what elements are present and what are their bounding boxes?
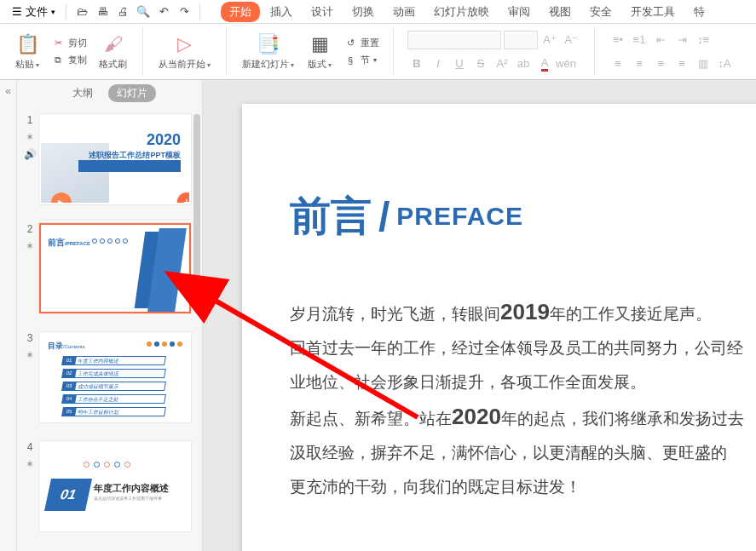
file-menu-label: 文件 bbox=[26, 4, 48, 20]
tab-devtools[interactable]: 开发工具 bbox=[622, 2, 684, 22]
align-left-button[interactable]: ≡ bbox=[609, 55, 627, 73]
numbering-button[interactable]: ≡1 bbox=[630, 31, 649, 49]
copy-label: 复制 bbox=[68, 54, 87, 66]
align-center-button[interactable]: ≡ bbox=[630, 55, 649, 73]
audio-icon: 🔊 bbox=[24, 148, 37, 160]
thumbnail-list: 1 ✶ 🔊 2020 述职报告工作总结PPT模板 ▶ + 2 ✶ bbox=[17, 106, 202, 551]
brush-icon: 🖌 bbox=[104, 32, 123, 56]
font-family-select[interactable] bbox=[407, 31, 501, 49]
superscript-button[interactable]: A² bbox=[493, 55, 511, 73]
line-spacing-button[interactable]: ↕≡ bbox=[694, 31, 713, 49]
slide-heading[interactable]: 前言 / PREFACE bbox=[290, 189, 756, 244]
transition-icon: ✶ bbox=[26, 458, 34, 470]
bullets-button[interactable]: ≡• bbox=[609, 31, 627, 49]
qa-preview-icon[interactable]: 🔍 bbox=[135, 3, 152, 20]
align-right-button[interactable]: ≡ bbox=[651, 55, 670, 73]
qa-save-icon[interactable]: 🖶 bbox=[94, 3, 111, 20]
section-label: 节 bbox=[361, 54, 370, 66]
qa-redo-icon[interactable]: ↷ bbox=[176, 3, 193, 20]
highlight-button[interactable]: ab bbox=[514, 55, 533, 73]
thumbnail-slide-2[interactable]: 前言/PREFACE bbox=[39, 223, 191, 313]
thumbnail-row: 2 ✶ 前言/PREFACE bbox=[17, 218, 202, 327]
increase-font-button[interactable]: A⁺ bbox=[540, 31, 559, 49]
tab-insert[interactable]: 插入 bbox=[262, 2, 301, 22]
transition-icon: ✶ bbox=[26, 240, 34, 252]
tab-review[interactable]: 审阅 bbox=[499, 2, 539, 22]
chevron-down-icon: ▾ bbox=[51, 8, 55, 16]
qa-open-icon[interactable]: 🗁 bbox=[73, 3, 90, 20]
slide-number: 1 bbox=[27, 114, 33, 126]
editor-body: « 大纲 幻灯片 1 ✶ 🔊 2020 述职报告工作总结PPT模板 ▶ + bbox=[0, 80, 756, 551]
tab-design[interactable]: 设计 bbox=[303, 2, 342, 22]
strike-button[interactable]: S bbox=[471, 55, 490, 73]
play-from-current-button[interactable]: ▷ 从当前开始▾ bbox=[152, 32, 217, 71]
thumbnail-row: 3 ✶ 目录/Contents 01年度工作内容概述 02工作完成具体情况 03… bbox=[17, 327, 202, 436]
thumb4-sub: 该点总结详述该类工作范围下报件事 bbox=[94, 496, 162, 501]
align-justify-button[interactable]: ≡ bbox=[672, 55, 691, 73]
tab-view[interactable]: 视图 bbox=[540, 2, 580, 22]
group-play: ▷ 从当前开始▾ bbox=[143, 27, 227, 76]
text-direction-button[interactable]: ↕A bbox=[715, 55, 734, 73]
group-paragraph: ≡• ≡1 ⇤ ⇥ ↕≡ ≡ ≡ ≡ ≡ ▥ ↕A bbox=[595, 27, 747, 76]
indent-dec-button[interactable]: ⇤ bbox=[651, 31, 670, 49]
tab-start[interactable]: 开始 bbox=[221, 2, 260, 22]
scissors-icon: ✂ bbox=[51, 37, 65, 50]
thumbnail-slide-3[interactable]: 目录/Contents 01年度工作内容概述 02工作完成具体情况 03成功项目… bbox=[39, 332, 191, 422]
separator bbox=[199, 4, 200, 20]
cut-button[interactable]: ✂剪切 bbox=[51, 37, 87, 50]
new-slide-label: 新建幻灯片 bbox=[242, 59, 289, 69]
section-button[interactable]: §节▾ bbox=[343, 54, 379, 67]
group-font: A⁺ A⁻ B I U S A² ab A wén bbox=[394, 27, 595, 76]
paste-button[interactable]: 📋 粘贴▾ bbox=[9, 32, 46, 71]
thumbnail-slide-4[interactable]: 01 年度工作内容概述 该点总结详述该类工作范围下报件事 bbox=[39, 441, 191, 531]
paste-label: 粘贴 bbox=[15, 59, 34, 69]
thumb4-title: 年度工作内容概述 bbox=[94, 482, 169, 495]
thumb4-num: 01 bbox=[44, 479, 92, 511]
collapse-nav-button[interactable]: « bbox=[0, 80, 17, 551]
qa-print-icon[interactable]: 🖨 bbox=[114, 3, 131, 20]
tab-security[interactable]: 安全 bbox=[581, 2, 620, 22]
thumbnail-slide-1[interactable]: 2020 述职报告工作总结PPT模板 ▶ + bbox=[39, 114, 191, 204]
format-painter-button[interactable]: 🖌 格式刷 bbox=[92, 32, 134, 71]
slide-body-text[interactable]: 岁月流转，时光飞逝，转眼间2019年的工作又接近尾声。 回首过去一年的工作，经过… bbox=[290, 295, 756, 504]
ribbon-toolbar: 📋 粘贴▾ ✂剪切 ⧉复制 🖌 格式刷 ▷ 从当前开始▾ 📑 新建幻灯片▾ ▦ … bbox=[0, 24, 756, 80]
section-icon: § bbox=[343, 54, 357, 67]
title-slash: / bbox=[378, 193, 390, 240]
thumb2-title: 前言 bbox=[48, 238, 65, 247]
slide-number: 4 bbox=[27, 441, 33, 453]
underline-button[interactable]: U bbox=[450, 55, 469, 73]
tab-thumbnails[interactable]: 幻灯片 bbox=[108, 84, 156, 102]
sidebar-scrollbar[interactable] bbox=[193, 114, 200, 284]
phonetic-button[interactable]: wén bbox=[557, 55, 575, 73]
tab-outline[interactable]: 大纲 bbox=[64, 84, 101, 102]
font-size-select[interactable] bbox=[504, 31, 538, 49]
layout-button[interactable]: ▦ 版式▾ bbox=[301, 32, 338, 71]
reset-button[interactable]: ↺重置 bbox=[343, 37, 379, 50]
layout-icon: ▦ bbox=[311, 32, 329, 56]
tab-transition[interactable]: 切换 bbox=[343, 2, 383, 22]
thumbnail-row: 4 ✶ 01 年度工作内容概述 该点总结详述该类工作范围下报件事 bbox=[17, 436, 202, 545]
current-slide[interactable]: 前言 / PREFACE 岁月流转，时光飞逝，转眼间2019年的工作又接近尾声。… bbox=[242, 104, 756, 551]
app-menu-button[interactable]: ☰ 文件 ▾ bbox=[7, 3, 61, 21]
copy-button[interactable]: ⧉复制 bbox=[51, 54, 87, 67]
play-icon: ▷ bbox=[177, 32, 192, 56]
slide-canvas[interactable]: 前言 / PREFACE 岁月流转，时光飞逝，转眼间2019年的工作又接近尾声。… bbox=[203, 80, 756, 551]
indent-inc-button[interactable]: ⇥ bbox=[672, 31, 691, 49]
columns-button[interactable]: ▥ bbox=[694, 55, 713, 73]
group-slides: 📑 新建幻灯片▾ ▦ 版式▾ ↺重置 §节▾ bbox=[227, 27, 394, 76]
reset-label: 重置 bbox=[361, 37, 379, 49]
italic-button[interactable]: I bbox=[429, 55, 447, 73]
decrease-font-button[interactable]: A⁻ bbox=[562, 31, 580, 49]
tab-animation[interactable]: 动画 bbox=[384, 2, 424, 22]
tab-extra[interactable]: 特 bbox=[685, 2, 713, 22]
cut-label: 剪切 bbox=[68, 37, 87, 49]
new-slide-button[interactable]: 📑 新建幻灯片▾ bbox=[235, 32, 301, 71]
thumbnail-row: 1 ✶ 🔊 2020 述职报告工作总结PPT模板 ▶ + bbox=[17, 109, 202, 218]
separator bbox=[66, 4, 66, 20]
tab-slideshow[interactable]: 幻灯片放映 bbox=[425, 2, 498, 22]
font-color-button[interactable]: A bbox=[535, 55, 554, 73]
add-slide-button[interactable]: + bbox=[177, 192, 191, 204]
new-slide-icon: 📑 bbox=[257, 32, 280, 56]
qa-undo-icon[interactable]: ↶ bbox=[155, 3, 172, 20]
bold-button[interactable]: B bbox=[407, 55, 426, 73]
